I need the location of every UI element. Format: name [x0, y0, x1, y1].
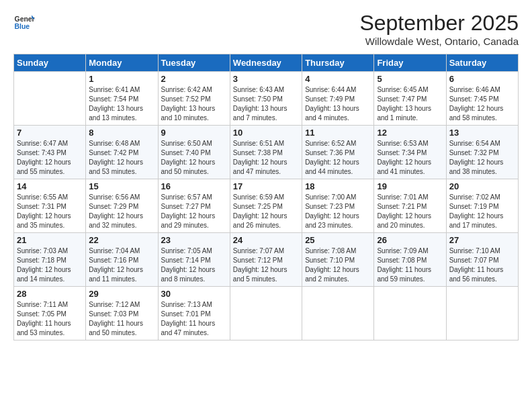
logo: General Blue [13, 11, 35, 32]
day-cell: 2Sunrise: 6:42 AM Sunset: 7:52 PM Daylig… [158, 72, 230, 126]
day-number: 14 [17, 181, 83, 191]
day-number: 29 [89, 289, 154, 299]
cell-info: Sunrise: 7:07 AM Sunset: 7:12 PM Dayligh… [233, 246, 299, 284]
cell-info: Sunrise: 7:05 AM Sunset: 7:14 PM Dayligh… [161, 246, 227, 284]
day-cell: 14Sunrise: 6:55 AM Sunset: 7:31 PM Dayli… [14, 179, 86, 233]
day-cell: 25Sunrise: 7:08 AM Sunset: 7:10 PM Dayli… [302, 233, 374, 287]
day-number: 17 [233, 181, 299, 191]
day-number: 15 [89, 181, 154, 191]
day-number: 26 [377, 235, 443, 245]
day-cell: 23Sunrise: 7:05 AM Sunset: 7:14 PM Dayli… [158, 233, 230, 287]
cell-info: Sunrise: 6:43 AM Sunset: 7:50 PM Dayligh… [233, 85, 299, 123]
calendar-subtitle: Willowdale West, Ontario, Canada [359, 36, 519, 47]
day-cell: 28Sunrise: 7:11 AM Sunset: 7:05 PM Dayli… [14, 287, 86, 340]
cell-info: Sunrise: 7:01 AM Sunset: 7:21 PM Dayligh… [377, 193, 443, 230]
day-cell: 11Sunrise: 6:52 AM Sunset: 7:36 PM Dayli… [302, 126, 374, 179]
week-row-4: 21Sunrise: 7:03 AM Sunset: 7:18 PM Dayli… [14, 233, 519, 287]
day-number: 18 [305, 181, 371, 191]
logo-icon: General Blue [13, 11, 35, 32]
day-cell: 12Sunrise: 6:53 AM Sunset: 7:34 PM Dayli… [374, 126, 446, 179]
col-header-friday: Friday [374, 54, 446, 72]
day-number: 30 [161, 289, 227, 299]
day-cell: 17Sunrise: 6:59 AM Sunset: 7:25 PM Dayli… [230, 179, 302, 233]
day-cell: 8Sunrise: 6:48 AM Sunset: 7:42 PM Daylig… [86, 126, 158, 179]
day-cell: 13Sunrise: 6:54 AM Sunset: 7:32 PM Dayli… [446, 126, 518, 179]
day-cell: 22Sunrise: 7:04 AM Sunset: 7:16 PM Dayli… [86, 233, 158, 287]
week-row-2: 7Sunrise: 6:47 AM Sunset: 7:43 PM Daylig… [14, 126, 519, 179]
day-number: 1 [89, 74, 154, 84]
day-cell: 4Sunrise: 6:44 AM Sunset: 7:49 PM Daylig… [302, 72, 374, 126]
cell-info: Sunrise: 7:12 AM Sunset: 7:03 PM Dayligh… [89, 300, 154, 338]
week-row-1: 1Sunrise: 6:41 AM Sunset: 7:54 PM Daylig… [14, 72, 519, 126]
cell-info: Sunrise: 6:54 AM Sunset: 7:32 PM Dayligh… [449, 139, 515, 177]
day-cell: 1Sunrise: 6:41 AM Sunset: 7:54 PM Daylig… [86, 72, 158, 126]
day-number: 4 [305, 74, 371, 84]
cell-info: Sunrise: 7:11 AM Sunset: 7:05 PM Dayligh… [17, 300, 83, 338]
cell-info: Sunrise: 6:55 AM Sunset: 7:31 PM Dayligh… [17, 193, 83, 230]
day-number: 2 [161, 74, 227, 84]
cell-info: Sunrise: 6:56 AM Sunset: 7:29 PM Dayligh… [89, 193, 154, 230]
cell-info: Sunrise: 6:47 AM Sunset: 7:43 PM Dayligh… [17, 139, 83, 177]
day-number: 13 [449, 128, 515, 138]
day-cell: 29Sunrise: 7:12 AM Sunset: 7:03 PM Dayli… [86, 287, 158, 340]
title-block: September 2025 Willowdale West, Ontario,… [359, 11, 519, 47]
col-header-sunday: Sunday [14, 54, 86, 72]
cell-info: Sunrise: 6:59 AM Sunset: 7:25 PM Dayligh… [233, 193, 299, 230]
day-cell: 16Sunrise: 6:57 AM Sunset: 7:27 PM Dayli… [158, 179, 230, 233]
day-number: 16 [161, 181, 227, 191]
cell-info: Sunrise: 6:41 AM Sunset: 7:54 PM Dayligh… [89, 85, 154, 123]
day-number: 11 [305, 128, 371, 138]
day-cell: 26Sunrise: 7:09 AM Sunset: 7:08 PM Dayli… [374, 233, 446, 287]
cell-info: Sunrise: 6:57 AM Sunset: 7:27 PM Dayligh… [161, 193, 227, 230]
week-row-3: 14Sunrise: 6:55 AM Sunset: 7:31 PM Dayli… [14, 179, 519, 233]
day-number: 8 [89, 128, 154, 138]
day-number: 6 [449, 74, 515, 84]
cell-info: Sunrise: 6:50 AM Sunset: 7:40 PM Dayligh… [161, 139, 227, 177]
day-number: 7 [17, 128, 83, 138]
col-header-wednesday: Wednesday [230, 54, 302, 72]
cell-info: Sunrise: 7:02 AM Sunset: 7:19 PM Dayligh… [449, 193, 515, 230]
cell-info: Sunrise: 6:53 AM Sunset: 7:34 PM Dayligh… [377, 139, 443, 177]
day-number: 24 [233, 235, 299, 245]
day-cell: 9Sunrise: 6:50 AM Sunset: 7:40 PM Daylig… [158, 126, 230, 179]
cell-info: Sunrise: 7:00 AM Sunset: 7:23 PM Dayligh… [305, 193, 371, 230]
day-cell: 27Sunrise: 7:10 AM Sunset: 7:07 PM Dayli… [446, 233, 518, 287]
day-cell: 24Sunrise: 7:07 AM Sunset: 7:12 PM Dayli… [230, 233, 302, 287]
day-cell [14, 72, 86, 126]
day-cell: 19Sunrise: 7:01 AM Sunset: 7:21 PM Dayli… [374, 179, 446, 233]
day-cell: 6Sunrise: 6:46 AM Sunset: 7:45 PM Daylig… [446, 72, 518, 126]
day-cell: 21Sunrise: 7:03 AM Sunset: 7:18 PM Dayli… [14, 233, 86, 287]
day-cell [374, 287, 446, 340]
cell-info: Sunrise: 7:13 AM Sunset: 7:01 PM Dayligh… [161, 300, 227, 338]
day-cell: 7Sunrise: 6:47 AM Sunset: 7:43 PM Daylig… [14, 126, 86, 179]
day-number: 5 [377, 74, 443, 84]
day-cell: 3Sunrise: 6:43 AM Sunset: 7:50 PM Daylig… [230, 72, 302, 126]
week-row-5: 28Sunrise: 7:11 AM Sunset: 7:05 PM Dayli… [14, 287, 519, 340]
day-cell: 20Sunrise: 7:02 AM Sunset: 7:19 PM Dayli… [446, 179, 518, 233]
day-number: 27 [449, 235, 515, 245]
day-number: 23 [161, 235, 227, 245]
header-row: SundayMondayTuesdayWednesdayThursdayFrid… [14, 54, 519, 72]
day-cell: 30Sunrise: 7:13 AM Sunset: 7:01 PM Dayli… [158, 287, 230, 340]
cell-info: Sunrise: 6:45 AM Sunset: 7:47 PM Dayligh… [377, 85, 443, 123]
calendar-table: SundayMondayTuesdayWednesdayThursdayFrid… [13, 54, 519, 340]
day-number: 20 [449, 181, 515, 191]
day-number: 3 [233, 74, 299, 84]
cell-info: Sunrise: 7:04 AM Sunset: 7:16 PM Dayligh… [89, 246, 154, 284]
cell-info: Sunrise: 6:46 AM Sunset: 7:45 PM Dayligh… [449, 85, 515, 123]
day-number: 19 [377, 181, 443, 191]
day-number: 28 [17, 289, 83, 299]
day-number: 10 [233, 128, 299, 138]
calendar-title: September 2025 [359, 11, 519, 36]
day-cell: 18Sunrise: 7:00 AM Sunset: 7:23 PM Dayli… [302, 179, 374, 233]
day-number: 22 [89, 235, 154, 245]
day-number: 25 [305, 235, 371, 245]
svg-text:Blue: Blue [15, 23, 30, 30]
col-header-saturday: Saturday [446, 54, 518, 72]
cell-info: Sunrise: 6:42 AM Sunset: 7:52 PM Dayligh… [161, 85, 227, 123]
cell-info: Sunrise: 6:52 AM Sunset: 7:36 PM Dayligh… [305, 139, 371, 177]
col-header-thursday: Thursday [302, 54, 374, 72]
day-cell [446, 287, 518, 340]
day-cell [302, 287, 374, 340]
cell-info: Sunrise: 7:09 AM Sunset: 7:08 PM Dayligh… [377, 246, 443, 284]
